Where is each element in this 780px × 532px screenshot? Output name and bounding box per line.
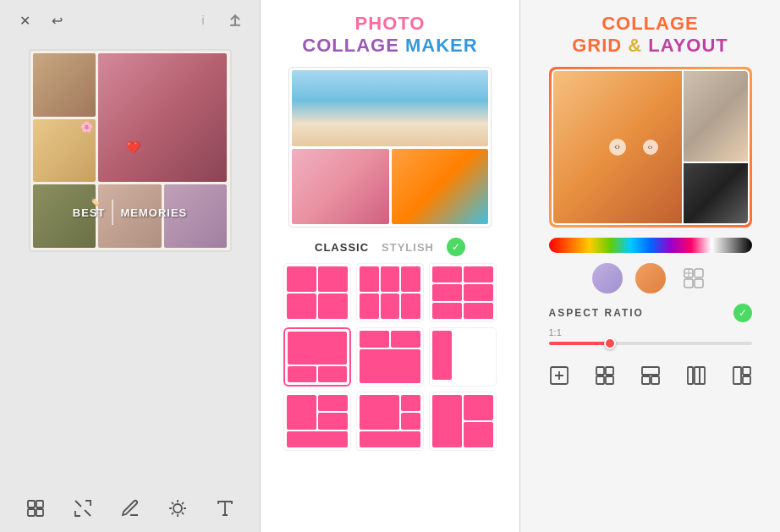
layout-block bbox=[360, 349, 420, 383]
photo-cell-beach bbox=[292, 70, 488, 146]
layout-block bbox=[464, 284, 493, 300]
right-photo-preview-container: ‹› ‹› bbox=[549, 67, 752, 228]
info-button[interactable]: i bbox=[191, 8, 215, 32]
layout-block bbox=[360, 395, 399, 430]
bottom-icons-right bbox=[544, 360, 757, 391]
svg-rect-13 bbox=[596, 367, 604, 375]
aspect-ratio-header: ASPECT RATIO ✓ bbox=[549, 304, 752, 322]
color-strip[interactable] bbox=[549, 238, 752, 253]
collage-text-memories: MEMORIES bbox=[120, 206, 187, 219]
top-bar-left: ✕ ↩ bbox=[13, 8, 69, 32]
layout-block bbox=[288, 366, 316, 382]
tab-classic[interactable]: CLASSIC bbox=[315, 241, 369, 254]
layout-block bbox=[360, 293, 379, 319]
svg-rect-17 bbox=[642, 367, 659, 375]
collage-cell-1 bbox=[33, 53, 96, 117]
title-and-word: & bbox=[628, 35, 648, 56]
grid-wide-icon[interactable] bbox=[635, 360, 666, 391]
layout-option-1[interactable] bbox=[283, 263, 351, 322]
layout-block bbox=[360, 266, 379, 292]
tab-stylish[interactable]: STYLISH bbox=[382, 241, 434, 254]
svg-rect-4 bbox=[36, 509, 43, 516]
svg-rect-8 bbox=[684, 279, 693, 288]
blend-controls bbox=[592, 263, 709, 293]
close-button[interactable]: ✕ bbox=[13, 8, 36, 32]
layout-block bbox=[287, 293, 316, 319]
layout-block bbox=[318, 395, 348, 411]
beach-photo bbox=[292, 70, 488, 146]
undo-button[interactable]: ↩ bbox=[45, 8, 69, 32]
layout-block bbox=[360, 431, 420, 447]
top-bar: ✕ ↩ i bbox=[8, 8, 251, 32]
layout-option-7[interactable] bbox=[283, 392, 351, 451]
layout-block bbox=[432, 284, 462, 300]
slider-thumb[interactable] bbox=[604, 337, 616, 349]
layout-block bbox=[464, 266, 493, 282]
layout-option-9[interactable] bbox=[429, 392, 497, 451]
layout-block bbox=[401, 266, 420, 292]
layout-option-8[interactable] bbox=[356, 392, 424, 451]
expand-icon[interactable] bbox=[68, 493, 98, 524]
layout-option-6[interactable] bbox=[429, 327, 497, 387]
svg-rect-7 bbox=[695, 269, 703, 277]
layout-block bbox=[287, 431, 348, 447]
svg-rect-14 bbox=[606, 367, 613, 375]
tab-check-icon: ✓ bbox=[447, 238, 465, 256]
layout-block bbox=[464, 422, 493, 447]
grid-2x2-icon[interactable] bbox=[590, 360, 620, 391]
bottom-toolbar bbox=[20, 493, 240, 524]
blend-circle-purple[interactable] bbox=[592, 263, 623, 293]
rp-arrow-2[interactable]: ‹› bbox=[643, 140, 658, 155]
layout-block bbox=[432, 266, 462, 282]
svg-rect-15 bbox=[596, 376, 604, 384]
grid-tall-icon[interactable] bbox=[727, 360, 757, 391]
layout-block bbox=[381, 266, 400, 292]
layout-option-selected[interactable] bbox=[283, 327, 351, 387]
layout-block bbox=[381, 293, 400, 319]
layout-grid bbox=[283, 263, 497, 451]
upload-button[interactable] bbox=[223, 8, 247, 32]
left-panel: ✕ ↩ i BEST MEMORIES ❤️ 🌸 bbox=[0, 0, 261, 532]
sticker-flower: 🌸 bbox=[80, 121, 93, 133]
layout-block bbox=[318, 266, 348, 292]
aspect-ratio-label: ASPECT RATIO bbox=[549, 307, 644, 319]
top-bar-right: i bbox=[191, 8, 247, 32]
layout-option-3[interactable] bbox=[429, 263, 497, 322]
layout-block bbox=[432, 303, 462, 319]
text-icon[interactable] bbox=[210, 493, 240, 524]
edit-icon[interactable] bbox=[115, 493, 146, 524]
layout-block bbox=[318, 293, 348, 319]
rp-photo-berries bbox=[684, 163, 748, 223]
effects-icon[interactable] bbox=[162, 493, 193, 524]
collage-title-line2: GRID & LAYOUT bbox=[572, 35, 728, 57]
collage-text-divider bbox=[112, 200, 113, 225]
aspect-ratio-slider[interactable] bbox=[549, 342, 752, 345]
gradient-border: ‹› ‹› bbox=[549, 67, 752, 228]
layout-icon[interactable] bbox=[20, 493, 51, 524]
svg-rect-1 bbox=[28, 501, 35, 507]
photo-cell-umbrellas bbox=[392, 149, 489, 225]
app-title-line1: PHOTO bbox=[302, 13, 477, 35]
blend-circle-orange[interactable] bbox=[635, 263, 666, 293]
svg-rect-25 bbox=[743, 376, 750, 384]
rp-arrow-icon[interactable]: ‹› bbox=[609, 139, 626, 156]
layout-option-2[interactable] bbox=[356, 263, 424, 322]
slider-fill bbox=[549, 342, 610, 345]
svg-rect-19 bbox=[651, 376, 659, 384]
collage-text-overlay: BEST MEMORIES bbox=[30, 200, 230, 225]
layout-block bbox=[432, 331, 452, 380]
app-title-line2: COLLAGE MAKER bbox=[302, 35, 477, 57]
grid-3col-icon[interactable] bbox=[681, 360, 711, 391]
expand-icon-right[interactable] bbox=[544, 360, 574, 391]
svg-point-5 bbox=[173, 504, 182, 513]
right-panel: COLLAGE GRID & LAYOUT ‹› ‹› bbox=[520, 0, 780, 532]
layout-option-5[interactable] bbox=[356, 327, 424, 387]
svg-rect-3 bbox=[28, 509, 35, 516]
sticker-tag: 🏷️ bbox=[90, 197, 100, 206]
collage-text-best: BEST bbox=[73, 206, 106, 219]
blend-pattern-icon[interactable] bbox=[678, 263, 709, 293]
svg-rect-9 bbox=[695, 279, 703, 288]
layout-block bbox=[401, 395, 420, 411]
title-maker-word: MAKER bbox=[405, 35, 478, 56]
layout-block bbox=[401, 413, 420, 429]
